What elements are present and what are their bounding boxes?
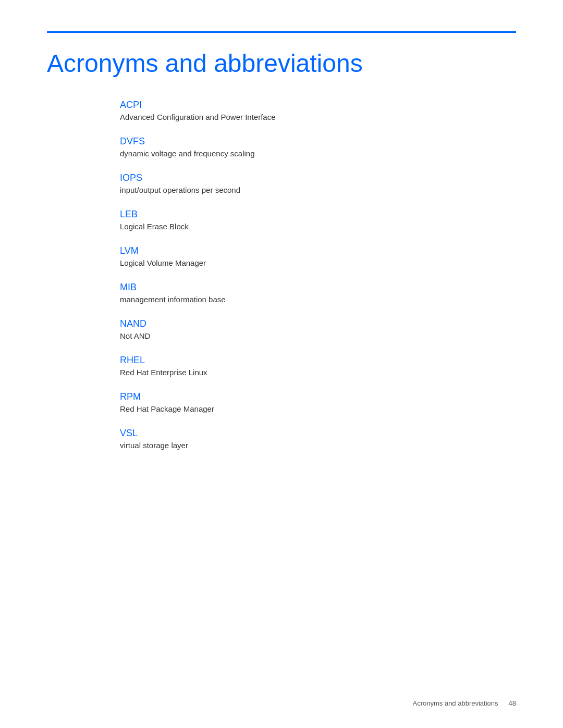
acronym-definition: management information base [120,295,516,304]
footer-label: Acronyms and abbreviations [413,699,498,707]
page-container: Acronyms and abbreviations ACPIAdvanced … [0,0,563,506]
acronym-definition: virtual storage layer [120,441,516,450]
acronym-item: VSLvirtual storage layer [120,428,516,450]
acronym-item: LVMLogical Volume Manager [120,245,516,267]
footer-page-number: 48 [509,699,516,707]
acronym-term: MIB [120,282,516,293]
acronym-item: RHELRed Hat Enterprise Linux [120,355,516,377]
acronym-item: RPMRed Hat Package Manager [120,391,516,413]
acronym-term: DVFS [120,136,516,147]
page-title: Acronyms and abbreviations [47,48,516,79]
acronym-definition: Red Hat Enterprise Linux [120,368,516,377]
acronym-term: RPM [120,391,516,402]
acronym-list: ACPIAdvanced Configuration and Power Int… [120,100,516,450]
acronym-item: NANDNot AND [120,318,516,340]
acronym-definition: Logical Volume Manager [120,258,516,267]
top-rule [47,31,516,33]
acronym-term: IOPS [120,172,516,183]
page-footer: Acronyms and abbreviations 48 [413,699,517,707]
acronym-term: VSL [120,428,516,439]
acronym-item: MIBmanagement information base [120,282,516,304]
acronym-definition: Advanced Configuration and Power Interfa… [120,113,516,121]
acronym-term: RHEL [120,355,516,366]
acronym-definition: Not AND [120,331,516,340]
acronym-definition: Red Hat Package Manager [120,404,516,413]
acronym-item: IOPSinput/output operations per second [120,172,516,194]
acronym-item: ACPIAdvanced Configuration and Power Int… [120,100,516,121]
acronym-term: NAND [120,318,516,329]
acronym-definition: input/output operations per second [120,186,516,194]
acronym-item: LEBLogical Erase Block [120,209,516,231]
acronym-definition: Logical Erase Block [120,222,516,231]
acronym-term: LVM [120,245,516,256]
acronym-term: LEB [120,209,516,220]
acronym-definition: dynamic voltage and frequency scaling [120,149,516,158]
acronym-term: ACPI [120,100,516,110]
acronym-item: DVFSdynamic voltage and frequency scalin… [120,136,516,158]
